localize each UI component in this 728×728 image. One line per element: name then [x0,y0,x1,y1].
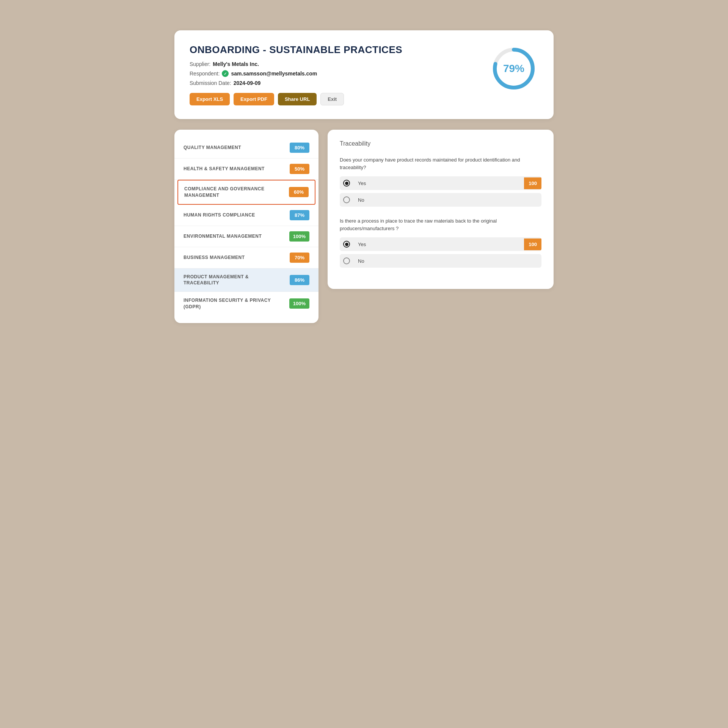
score-badge-q2-yes: 100 [524,238,541,250]
detail-card: Traceability Does your company have prod… [328,130,554,289]
action-buttons: Export XLS Export PDF Share URL Exit [190,93,402,105]
respondent-label: Respondent: [190,71,220,77]
question-block-1: Does your company have product records m… [340,156,541,207]
category-name-1: HEALTH & SAFETY MANAGEMENT [184,166,285,172]
radio-indicator-q1-yes [340,176,353,190]
category-row-7[interactable]: INFORMATION SECURITY & PRIVACY (GDPR) 10… [174,292,318,315]
header-card: ONBOARDING - SUSTAINABLE PRACTICES Suppl… [174,30,554,119]
answer-row-q2-no[interactable]: No [340,254,541,268]
supplier-label: Supplier: [190,61,210,67]
category-score-2: 60% [289,187,309,197]
respondent-row: Respondent: ✓ sam.samsson@mellysmetals.c… [190,70,402,77]
category-name-7: INFORMATION SECURITY & PRIVACY (GDPR) [184,297,285,310]
answer-row-q2-yes[interactable]: Yes 100 [340,237,541,251]
section-title: Traceability [340,140,541,147]
category-row-3[interactable]: HUMAN RIGHTS COMPLIANCE 87% [174,205,318,226]
category-name-5: BUSINESS MANAGEMENT [184,254,285,261]
radio-dot-q2-yes [343,241,350,248]
question-text-2: Is there a process in place to trace the… [340,217,541,232]
category-name-6: PRODUCT MANAGEMENT & TRACEABILITY [184,274,285,287]
respondent-email: sam.samsson@mellysmetals.com [231,71,317,77]
category-score-1: 50% [290,164,309,174]
category-name-4: ENVIRONMENTAL MANAGEMENT [184,233,285,240]
category-row-2[interactable]: COMPLIANCE AND GOVERNANCE MANAGEMENT 60% [177,180,315,205]
export-pdf-button[interactable]: Export PDF [234,93,274,105]
radio-dot-q1-yes [343,180,350,187]
share-url-button[interactable]: Share URL [278,93,317,105]
categories-card: QUALITY MANAGEMENT 80% HEALTH & SAFETY M… [174,130,318,323]
progress-circle-wrapper: 79% [489,44,538,93]
submission-row: Submission Date: 2024-09-09 [190,80,402,86]
radio-dot-q1-no [343,196,350,203]
category-score-5: 70% [290,253,309,263]
supplier-name: Melly's Metals Inc. [213,61,259,67]
answer-label-q2-yes: Yes [353,238,524,251]
category-score-3: 87% [290,210,309,220]
category-row-5[interactable]: BUSINESS MANAGEMENT 70% [174,247,318,268]
category-row-0[interactable]: QUALITY MANAGEMENT 80% [174,137,318,158]
radio-indicator-q1-no [340,193,353,207]
radio-indicator-q2-no [340,254,353,268]
submission-date: 2024-09-09 [234,80,261,86]
question-text-1: Does your company have product records m… [340,156,541,171]
supplier-row: Supplier: Melly's Metals Inc. [190,61,402,67]
verified-icon: ✓ [222,70,229,77]
score-badge-q1-yes: 100 [524,177,541,189]
category-score-7: 100% [289,298,309,309]
bottom-row: QUALITY MANAGEMENT 80% HEALTH & SAFETY M… [174,130,554,323]
answer-row-q1-yes[interactable]: Yes 100 [340,176,541,190]
radio-indicator-q2-yes [340,237,353,251]
radio-dot-q2-no [343,257,350,264]
answer-row-q1-no[interactable]: No [340,193,541,207]
header-info: ONBOARDING - SUSTAINABLE PRACTICES Suppl… [190,44,402,105]
page-title: ONBOARDING - SUSTAINABLE PRACTICES [190,44,402,56]
progress-circle: 79% [491,46,537,91]
category-score-6: 86% [290,275,309,285]
page-wrapper: ONBOARDING - SUSTAINABLE PRACTICES Suppl… [174,30,554,323]
category-name-0: QUALITY MANAGEMENT [184,144,285,151]
category-score-4: 100% [289,231,309,242]
submission-label: Submission Date: [190,80,231,86]
answer-label-q2-no: No [353,254,541,268]
progress-percent-text: 79% [503,63,524,75]
category-row-4[interactable]: ENVIRONMENTAL MANAGEMENT 100% [174,226,318,247]
category-score-0: 80% [290,143,309,153]
answer-label-q1-yes: Yes [353,177,524,190]
exit-button[interactable]: Exit [320,93,344,105]
category-row-6[interactable]: PRODUCT MANAGEMENT & TRACEABILITY 86% [174,268,318,292]
question-block-2: Is there a process in place to trace the… [340,217,541,268]
category-name-2: COMPLIANCE AND GOVERNANCE MANAGEMENT [184,186,284,199]
category-name-3: HUMAN RIGHTS COMPLIANCE [184,212,285,218]
answer-label-q1-no: No [353,193,541,207]
category-row-1[interactable]: HEALTH & SAFETY MANAGEMENT 50% [174,158,318,180]
export-xls-button[interactable]: Export XLS [190,93,230,105]
